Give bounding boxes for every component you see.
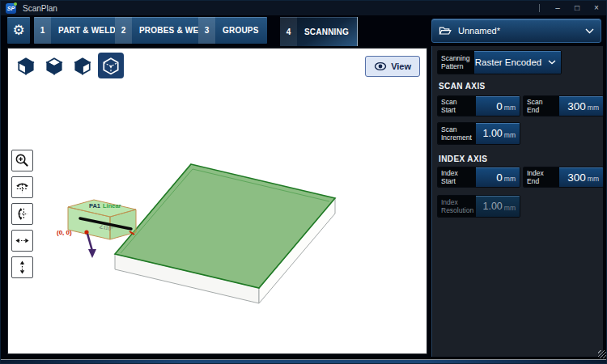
settings-button[interactable]: ⚙ <box>7 17 30 44</box>
scan-axis-section-title: SCAN AXIS <box>439 82 486 91</box>
view-cube-side-button[interactable] <box>70 53 96 78</box>
folder-open-icon <box>439 25 452 36</box>
zoom-tool-button[interactable] <box>11 150 33 171</box>
file-menu-dropdown[interactable]: Unnamed* <box>431 19 601 43</box>
probe-name-label: PA1 <box>89 202 100 210</box>
view-preset-toolbar <box>13 53 124 78</box>
origin-label: (0, 0) <box>57 229 72 236</box>
tab-label: PART & WELD <box>51 17 124 44</box>
tab-number: 3 <box>198 17 215 44</box>
app-logo-icon: SP <box>6 3 16 14</box>
rotate-vertical-icon <box>15 206 30 222</box>
probe-assembly[interactable] <box>68 200 136 239</box>
view-button-label: View <box>391 61 411 71</box>
scanning-pattern-value: Raster Encoded <box>474 51 561 74</box>
resize-grip[interactable] <box>598 350 606 358</box>
scanning-pattern-label: Scanning Pattern <box>438 51 474 74</box>
chevron-down-icon <box>585 28 594 34</box>
rotate-horizontal-icon <box>15 180 30 195</box>
cube-front-icon <box>16 56 36 75</box>
scan-increment-field[interactable]: Scan Increment 1.00 mm <box>437 122 520 145</box>
window-controls-separator <box>539 4 540 12</box>
window-controls: – □ × <box>539 1 606 15</box>
cube-side-icon <box>73 56 92 75</box>
logo-text: SP <box>7 6 15 11</box>
titlebar: SP ScanPlan – □ × <box>1 1 606 15</box>
pan-horizontal-icon <box>15 233 30 248</box>
scanning-panel: Scanning Pattern Raster Encoded SCAN AXI… <box>431 46 603 357</box>
scan-end-field[interactable]: Scan End 300 mm <box>523 95 604 116</box>
rotate-vertical-tool-button[interactable] <box>11 203 33 225</box>
view-cube-front-button[interactable] <box>13 53 39 78</box>
index-end-field[interactable]: Index End 300 mm <box>523 167 604 188</box>
index-start-field[interactable]: Index Start 0 mm <box>437 167 520 188</box>
rotate-horizontal-tool-button[interactable] <box>11 176 33 198</box>
tab-label: GROUPS <box>215 17 267 44</box>
pan-vertical-icon <box>15 260 30 275</box>
view-options-button[interactable]: View <box>365 56 420 77</box>
minimize-button[interactable]: – <box>548 1 567 15</box>
file-name: Unnamed* <box>458 26 500 36</box>
cube-iso-icon <box>101 56 121 75</box>
probe-group-label: Linear <box>103 202 121 210</box>
maximize-button[interactable]: □ <box>567 1 587 15</box>
scan-start-field[interactable]: Scan Start 0 mm <box>437 95 520 116</box>
index-axis-section-title: INDEX AXIS <box>439 154 487 163</box>
eye-icon <box>374 61 387 71</box>
close-button[interactable]: × <box>587 1 606 15</box>
navigation-toolbar <box>11 150 33 278</box>
tab-number: 1 <box>34 17 51 44</box>
tab-label: SCANNING <box>297 17 357 47</box>
view-cube-iso-button[interactable] <box>98 53 124 78</box>
gear-icon: ⚙ <box>12 23 24 37</box>
content-area: (0, 0) PA1 Linear ∠110° <box>1 46 607 360</box>
scanning-pattern-select[interactable]: Scanning Pattern Raster Encoded <box>437 50 562 74</box>
scanplan-window: SP ScanPlan – □ × ⚙ 1 PART & WELD 2 PROB… <box>0 0 607 364</box>
app-title: ScanPlan <box>23 4 57 13</box>
pan-vertical-tool-button[interactable] <box>11 256 33 278</box>
tab-scanning[interactable]: 4 SCANNING <box>280 17 358 47</box>
3d-viewport: (0, 0) PA1 Linear ∠110° <box>7 48 427 354</box>
index-resolution-field: Index Resolution 1.00 mm <box>437 195 520 218</box>
pan-horizontal-tool-button[interactable] <box>11 230 33 252</box>
3d-scene[interactable]: (0, 0) PA1 Linear ∠110° <box>8 49 428 355</box>
tab-groups[interactable]: 3 GROUPS <box>198 17 267 44</box>
tab-number: 4 <box>280 17 297 47</box>
scan-direction-arrow <box>87 234 96 258</box>
window-bottom-edge <box>1 360 606 363</box>
cube-top-icon <box>45 56 64 75</box>
zoom-in-icon <box>15 153 30 168</box>
tab-part-and-weld[interactable]: 1 PART & WELD <box>34 17 124 44</box>
tab-bar: ⚙ 1 PART & WELD 2 PROBES & WEDGES 3 GROU… <box>1 15 606 46</box>
chevron-down-icon <box>548 60 556 65</box>
view-cube-top-button[interactable] <box>41 53 67 78</box>
tab-number: 2 <box>115 17 132 44</box>
logo-dot <box>14 2 17 6</box>
